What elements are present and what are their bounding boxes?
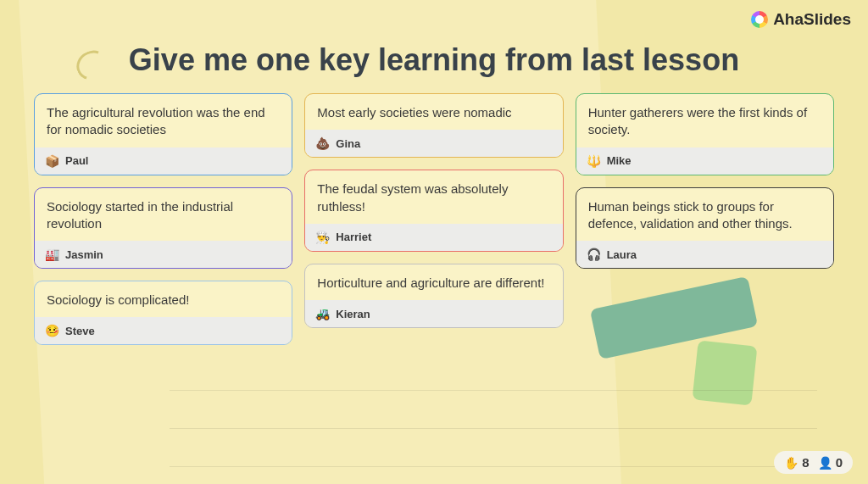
responses-grid: The agricultural revolution was the end … [0,93,868,345]
response-column: The agricultural revolution was the end … [34,93,292,345]
response-card[interactable]: The feudal system was absolutely ruthles… [304,170,563,252]
logo-icon [751,11,768,28]
author-name: Paul [65,154,88,167]
brand-logo: AhaSlides [751,10,851,29]
response-card[interactable]: Horticulture and agriculture are differe… [304,264,563,328]
response-card[interactable]: The agricultural revolution was the end … [34,93,292,175]
response-column: Hunter gatherers were the first kinds of… [576,93,834,345]
author-name: Jasmin [65,248,103,261]
author-name: Steve [65,325,95,337]
raised-hand-count: ✋ 8 [784,455,809,470]
response-author: 🏭Jasmin [35,241,292,268]
author-avatar-icon: 📦 [45,154,59,168]
response-author: 🚜Kieran [305,300,562,327]
author-avatar-icon: 🎧 [587,248,601,261]
response-text: Human beings stick to groups for defence… [576,188,833,242]
author-avatar-icon: 🏭 [45,248,59,261]
author-avatar-icon: 💩 [315,136,330,150]
response-card[interactable]: Sociology is complicated!🤒Steve [34,281,292,345]
author-name: Laura [607,248,637,261]
response-card[interactable]: Hunter gatherers were the first kinds of… [576,93,834,175]
author-name: Harriet [336,231,371,243]
hand-icon: ✋ [784,456,798,470]
response-column: Most early societies were nomadic💩GinaTh… [304,93,563,345]
response-author: 👨‍🍳Harriet [305,224,562,251]
response-text: Sociology started in the industrial revo… [35,188,292,242]
author-avatar-icon: 🚜 [315,307,330,320]
response-text: The feudal system was absolutely ruthles… [305,170,562,224]
response-text: Sociology is complicated! [35,281,292,317]
user-count: 👤 0 [818,455,843,470]
response-text: Horticulture and agriculture are differe… [305,264,562,300]
author-avatar-icon: 👨‍🍳 [315,231,330,244]
user-icon: 👤 [818,456,832,470]
response-author: 🎧Laura [576,241,833,268]
brand-name: AhaSlides [773,10,851,29]
author-name: Kieran [336,308,370,320]
author-name: Mike [607,154,632,167]
response-card[interactable]: Most early societies were nomadic💩Gina [304,93,563,158]
response-text: Most early societies were nomadic [305,94,562,130]
response-text: The agricultural revolution was the end … [35,94,292,147]
response-card[interactable]: Sociology started in the industrial revo… [34,187,292,270]
response-card[interactable]: Human beings stick to groups for defence… [576,187,834,270]
response-author: 🔱Mike [576,147,833,175]
author-avatar-icon: 🔱 [587,154,601,168]
author-avatar-icon: 🤒 [45,324,59,337]
author-name: Gina [336,137,360,150]
prompt-title: Give me one key learning from last lesso… [0,0,868,93]
participant-counter: ✋ 8 👤 0 [774,451,853,474]
response-author: 🤒Steve [35,317,292,344]
response-text: Hunter gatherers were the first kinds of… [576,94,833,147]
response-author: 💩Gina [305,130,562,157]
response-author: 📦Paul [35,147,292,175]
